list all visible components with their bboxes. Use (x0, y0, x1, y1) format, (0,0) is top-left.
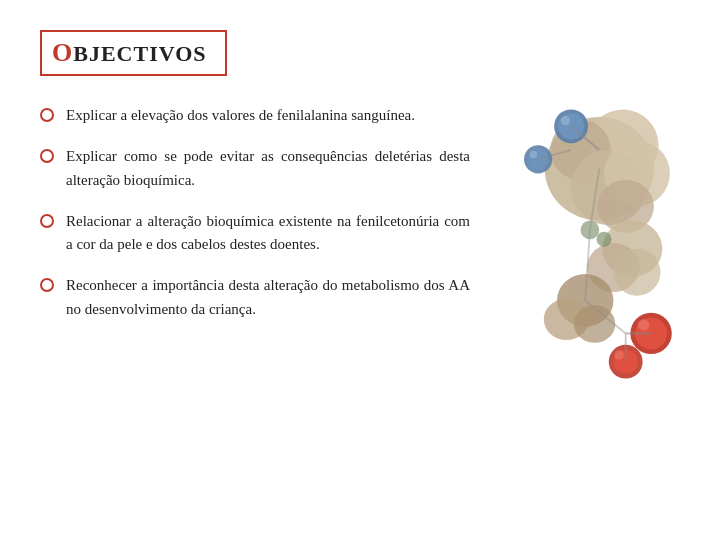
bullet-text: Explicar como se pode evitar as consequê… (66, 145, 470, 192)
svg-point-11 (560, 116, 569, 125)
molecule-image (480, 84, 680, 404)
svg-point-8 (613, 249, 660, 296)
title-first-letter: O (52, 38, 73, 67)
bullet-icon (40, 214, 54, 228)
list-item: Explicar como se pode evitar as consequê… (40, 145, 470, 192)
list-item: Relacionar a alteração bioquímica existe… (40, 210, 470, 257)
bullet-icon (40, 149, 54, 163)
svg-point-17 (637, 319, 648, 330)
bullet-text: Relacionar a alteração bioquímica existe… (66, 210, 470, 257)
bullet-text: Reconhecer a importância desta alteração… (66, 274, 470, 321)
content-area: Explicar a elevação dos valores de fenil… (40, 104, 680, 404)
title-rest: BJECTIVOS (73, 41, 206, 66)
bullet-icon (40, 108, 54, 122)
bullet-text: Explicar a elevação dos valores de fenil… (66, 104, 415, 127)
svg-point-20 (614, 350, 623, 359)
list-item: Reconhecer a importância desta alteração… (40, 274, 470, 321)
title-box: OBJECTIVOS (40, 30, 227, 76)
list-item: Explicar a elevação dos valores de fenil… (40, 104, 470, 127)
page: OBJECTIVOS Explicar a elevação dos valor… (0, 0, 720, 540)
bullets-area: Explicar a elevação dos valores de fenil… (40, 104, 480, 404)
svg-point-22 (596, 232, 611, 247)
svg-point-14 (529, 151, 537, 159)
bullet-icon (40, 278, 54, 292)
page-title: OBJECTIVOS (52, 41, 207, 66)
svg-point-25 (573, 305, 614, 343)
